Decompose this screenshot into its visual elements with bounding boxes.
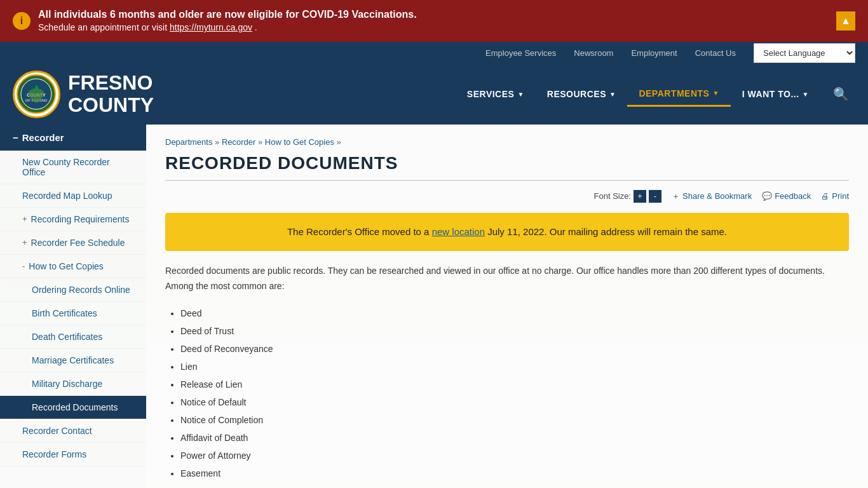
- alert-text: All individuals 6 months and older are n…: [38, 8, 417, 34]
- alert-headline: All individuals 6 months and older are n…: [38, 9, 417, 20]
- list-item: Release of Lien: [180, 376, 849, 393]
- how-to-get-copies-toggle: -: [22, 261, 25, 271]
- feedback-link[interactable]: 💬 Feedback: [762, 191, 811, 201]
- share-bookmark-link[interactable]: ＋ Share & Bookmark: [672, 191, 752, 202]
- main-navigation: SERVICES ▼ RESOURCES ▼ DEPARTMENTS ▼ I W…: [456, 80, 855, 108]
- font-increase-button[interactable]: +: [634, 190, 646, 203]
- sidebar-item-recorded-documents[interactable]: Recorded Documents: [0, 396, 146, 419]
- alert-link[interactable]: https://myturn.ca.gov: [170, 22, 252, 32]
- sidebar-header-label: Recorder: [22, 132, 64, 143]
- sidebar-item-how-to-get-copies[interactable]: - How to Get Copies: [0, 255, 146, 278]
- list-item: Notice of Completion: [180, 411, 849, 429]
- list-item: Affidavit of Death: [180, 429, 849, 447]
- main-content: Departments » Recorder » How to Get Copi…: [146, 125, 868, 488]
- employee-services-link[interactable]: Employee Services: [477, 42, 565, 64]
- sidebar-item-recorder-fee-schedule[interactable]: + Recorder Fee Schedule: [0, 231, 146, 255]
- share-bookmark-label: Share & Bookmark: [682, 191, 752, 201]
- fee-schedule-toggle: +: [22, 238, 27, 247]
- fee-schedule-label: Recorder Fee Schedule: [31, 238, 125, 248]
- sidebar-item-birth-certificates[interactable]: Birth Certificates: [0, 302, 146, 325]
- font-size-label: Font Size:: [594, 191, 632, 201]
- services-arrow: ▼: [517, 91, 524, 98]
- search-button[interactable]: 🔍: [827, 80, 855, 108]
- sidebar-item-recorded-map-lookup[interactable]: Recorded Map Lookup: [0, 184, 146, 208]
- print-link[interactable]: 🖨 Print: [821, 191, 849, 201]
- list-item: Deed: [180, 304, 849, 322]
- logo-link[interactable]: COUNTY OF FRESNO 🌲 FRESNO COUNTY: [13, 71, 154, 118]
- how-to-get-copies-label: How to Get Copies: [29, 261, 104, 271]
- sidebar-item-death-certificates[interactable]: Death Certificates: [0, 325, 146, 349]
- alert-icon: i: [13, 12, 31, 30]
- recording-req-label: Recording Requirements: [31, 214, 130, 224]
- feedback-label: Feedback: [775, 191, 811, 201]
- sidebar: − Recorder New County Recorder Office Re…: [0, 125, 146, 488]
- utility-bar: Employee Services Newsroom Employment Co…: [0, 42, 868, 64]
- feedback-icon: 💬: [762, 191, 772, 201]
- sidebar-collapse-icon: −: [13, 132, 18, 143]
- departments-arrow: ▼: [712, 90, 719, 97]
- content-toolbar: Font Size: + - ＋ Share & Bookmark 💬 Feed…: [165, 190, 849, 203]
- breadcrumb-departments[interactable]: Departments: [165, 137, 212, 147]
- sidebar-header-recorder[interactable]: − Recorder: [0, 125, 146, 151]
- sidebar-item-military-discharge[interactable]: Military Discharge: [0, 372, 146, 396]
- sidebar-item-ordering-records[interactable]: Ordering Records Online: [0, 278, 146, 302]
- page-title: RECORDED DOCUMENTS: [165, 153, 849, 181]
- nav-resources[interactable]: RESOURCES ▼: [536, 83, 628, 105]
- list-item: Notice of Default: [180, 393, 849, 411]
- alert-banner: i All individuals 6 months and older are…: [0, 0, 868, 42]
- alert-scroll-button[interactable]: ▲: [836, 11, 855, 30]
- breadcrumb-sep2: »: [258, 137, 265, 147]
- employment-link[interactable]: Employment: [622, 42, 686, 64]
- breadcrumb: Departments » Recorder » How to Get Copi…: [165, 137, 849, 147]
- new-location-link[interactable]: new location: [432, 226, 485, 237]
- font-size-control: Font Size: + -: [594, 190, 662, 203]
- breadcrumb-sep3: »: [337, 137, 341, 147]
- nav-services[interactable]: SERVICES ▼: [456, 83, 536, 105]
- breadcrumb-how-to-get-copies[interactable]: How to Get Copies: [265, 137, 334, 147]
- sidebar-item-marriage-certificates[interactable]: Marriage Certificates: [0, 349, 146, 372]
- print-label: Print: [832, 191, 849, 201]
- document-list: Deed Deed of Trust Deed of Reconveyance …: [180, 304, 849, 482]
- nav-departments[interactable]: DEPARTMENTS ▼: [627, 82, 730, 107]
- contact-us-link[interactable]: Contact Us: [686, 42, 745, 64]
- site-header: COUNTY OF FRESNO 🌲 FRESNO COUNTY SERVICE…: [0, 64, 868, 125]
- nav-i-want-to[interactable]: I WANT TO... ▼: [731, 83, 820, 105]
- breadcrumb-recorder[interactable]: Recorder: [222, 137, 255, 147]
- print-icon: 🖨: [821, 191, 829, 201]
- county-name: FRESNO COUNTY: [68, 72, 154, 116]
- language-select[interactable]: Select LanguageSpanishHmongPunjabiArabic: [754, 43, 855, 63]
- i-want-to-arrow: ▼: [803, 91, 809, 98]
- share-icon: ＋: [672, 191, 680, 202]
- page-wrapper: − Recorder New County Recorder Office Re…: [0, 125, 868, 488]
- resources-arrow: ▼: [609, 91, 616, 98]
- list-item: Lien: [180, 358, 849, 376]
- font-decrease-button[interactable]: -: [649, 190, 661, 203]
- notice-box: The Recorder's Office moved to a new loc…: [165, 213, 849, 251]
- list-item: Deed of Reconveyance: [180, 340, 849, 358]
- sidebar-item-recorder-forms[interactable]: Recorder Forms: [0, 443, 146, 466]
- breadcrumb-sep1: »: [215, 137, 222, 147]
- list-item: Power of Attorney: [180, 447, 849, 464]
- recording-req-toggle: +: [22, 214, 27, 224]
- newsroom-link[interactable]: Newsroom: [565, 42, 622, 64]
- alert-subtext: Schedule an appointment or visit: [38, 22, 170, 32]
- county-seal: COUNTY OF FRESNO 🌲: [13, 71, 60, 118]
- svg-text:🌲: 🌲: [33, 85, 41, 92]
- sidebar-item-new-county-recorder[interactable]: New County Recorder Office: [0, 151, 146, 184]
- sidebar-item-recording-requirements[interactable]: + Recording Requirements: [0, 208, 146, 231]
- body-text: Recorded documents are public records. T…: [165, 264, 849, 294]
- list-item: Deed of Trust: [180, 322, 849, 340]
- list-item: Easement: [180, 464, 849, 482]
- sidebar-item-recorder-contact[interactable]: Recorder Contact: [0, 419, 146, 443]
